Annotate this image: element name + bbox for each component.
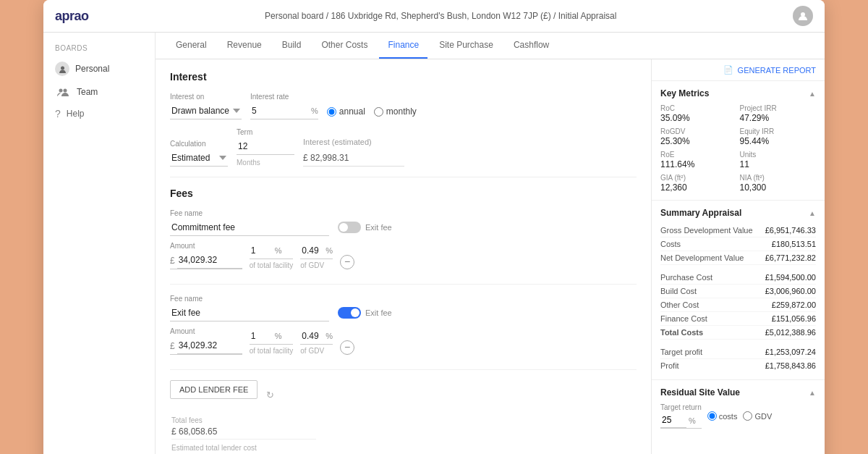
tab-build[interactable]: Build (273, 33, 310, 59)
target-return-input[interactable] (660, 413, 686, 428)
svg-point-2 (59, 89, 63, 93)
sidebar-item-personal[interactable]: Personal (43, 56, 155, 81)
summary-profit-row: Profit £1,758,843.86 (660, 359, 816, 372)
fee1-exit-group: Exit fee (338, 222, 392, 236)
summary-build-row: Build Cost £3,006,960.00 (660, 285, 816, 298)
fee2-amount-row: Amount £ % o (170, 327, 637, 355)
metric-project-irr: Project IRR 47.29% (740, 104, 817, 123)
fee2-exit-label: Exit fee (365, 308, 392, 317)
metrics-title: Key Metrics (660, 88, 709, 98)
pound-prefix-1: £ (170, 256, 175, 266)
tab-bar: General Revenue Build Other Costs Financ… (156, 33, 825, 59)
target-return-label: Target return (660, 403, 702, 411)
fee2-remove-btn[interactable]: − (340, 340, 354, 355)
percent-icon: % (311, 106, 318, 115)
fee2-pound-group: £ (170, 337, 242, 355)
refresh-icon[interactable]: ↻ (266, 390, 274, 400)
interest-period-group: annual monthly (327, 106, 417, 119)
team-icon (55, 86, 71, 98)
key-metrics-section: Key Metrics ▲ RoC 35.09% Project IRR 47.… (652, 81, 825, 201)
tab-site-purchase[interactable]: Site Purchase (430, 33, 502, 59)
team-label: Team (77, 87, 98, 97)
help-item[interactable]: ? Help (43, 103, 156, 125)
radio-annual[interactable]: annual (327, 106, 365, 117)
summary-chevron-icon[interactable]: ▲ (809, 209, 816, 217)
fee1-name-input[interactable] (170, 219, 329, 236)
fee1-amount-input[interactable] (177, 252, 242, 269)
metrics-header: Key Metrics ▲ (660, 88, 816, 98)
radio-monthly[interactable]: monthly (374, 106, 417, 117)
fee1-pound-group: £ (170, 252, 242, 269)
fee-block-2: Fee name Exit fee Amount (170, 295, 637, 370)
fee1-name-label: Fee name (170, 209, 329, 217)
residual-section: Residual Site Value ▲ Target return % (652, 380, 825, 436)
metrics-chevron-icon[interactable]: ▲ (809, 90, 816, 98)
estimated-lender-cost-group: Estimated total lender cost £ 151,056.96 (171, 444, 637, 454)
fee2-percent2-input[interactable] (300, 328, 323, 344)
term-input[interactable] (237, 138, 294, 155)
interest-section-title: Interest (170, 71, 637, 83)
interest-on-label: Interest on (170, 93, 242, 101)
personal-label: Personal (75, 64, 109, 74)
right-panel: 📄 GENERATE REPORT Key Metrics ▲ RoC (651, 59, 825, 454)
costs-radio[interactable]: costs (707, 411, 738, 421)
interest-on-select[interactable]: Drawn balance (170, 103, 242, 119)
summary-other-row: Other Cost £259,872.00 (660, 298, 816, 312)
summary-finance-row: Finance Cost £151,056.96 (660, 312, 816, 326)
sidebar-item-team[interactable]: Team (43, 81, 155, 103)
breadcrumb-text: Personal board / 186 Uxbridge Rd, Shephe… (265, 11, 616, 21)
breadcrumb: Personal board / 186 Uxbridge Rd, Shephe… (265, 11, 616, 21)
fee1-name-row: Fee name Exit fee (170, 209, 637, 236)
svg-point-3 (64, 89, 67, 93)
fee-block-1: Fee name Exit fee Amount (170, 209, 637, 285)
fee1-toggle[interactable] (338, 222, 361, 233)
summary-total-costs-row: Total Costs £5,012,388.96 (660, 326, 816, 340)
fee2-name-group: Fee name (170, 295, 329, 321)
add-lender-fee-btn[interactable]: ADD LENDER FEE (170, 380, 258, 399)
fee1-remove-btn[interactable]: − (340, 255, 354, 269)
summary-title: Summary Appraisal (660, 208, 741, 218)
fee1-percent2-input[interactable] (300, 243, 323, 258)
fee2-percent1-input[interactable] (250, 328, 273, 344)
generate-report-btn[interactable]: 📄 GENERATE REPORT (723, 65, 816, 75)
metric-rogdv: RoGDV 25.30% (660, 127, 737, 146)
fee2-toggle[interactable] (338, 307, 361, 319)
interest-rate-input[interactable] (250, 103, 308, 119)
fee2-name-row: Fee name Exit fee (170, 295, 637, 321)
user-avatar[interactable] (793, 6, 813, 26)
svg-point-1 (61, 66, 64, 70)
fee1-amount-row: Amount £ % o (170, 242, 637, 269)
residual-title: Residual Site Value (660, 387, 740, 398)
fee2-percent1-sublabel: of total facility (250, 347, 294, 355)
summary-target-profit-row: Target profit £1,253,097.24 (660, 345, 816, 359)
metric-units: Units 11 (740, 151, 817, 169)
fee1-percent1-group: % of total facility (250, 243, 294, 269)
interest-estimated-group: Interest (estimated) £ 82,998.31 (303, 138, 404, 167)
fee2-name-input[interactable] (170, 305, 329, 321)
tab-other-costs[interactable]: Other Costs (312, 33, 376, 59)
tab-revenue[interactable]: Revenue (218, 33, 271, 59)
residual-header: Residual Site Value ▲ (660, 387, 816, 398)
metric-roe: RoE 111.64% (660, 151, 737, 169)
fee2-name-label: Fee name (170, 295, 329, 303)
fee1-percent1-input[interactable] (250, 243, 273, 258)
calculation-select[interactable]: Estimated (170, 150, 228, 167)
interest-rate-group: Interest rate % (250, 93, 318, 119)
fee1-percent2-group: % of GDV (300, 243, 333, 269)
metric-equity-irr: Equity IRR 95.44% (740, 127, 817, 146)
gdv-radio[interactable]: GDV (743, 411, 772, 421)
tab-finance[interactable]: Finance (379, 33, 427, 59)
interest-rate-label: Interest rate (250, 93, 318, 101)
fee1-percent2-sublabel: of GDV (300, 261, 333, 269)
residual-chevron-icon[interactable]: ▲ (809, 389, 816, 397)
target-return-row: Target return % costs (660, 403, 816, 429)
summary-ndv-row: Net Development Value £6,771,232.82 (660, 251, 816, 265)
fee2-amount-input[interactable] (177, 337, 242, 354)
fees-title: Fees (170, 188, 637, 199)
generate-report-label: GENERATE REPORT (738, 66, 816, 75)
pound-prefix-2: £ (170, 341, 175, 351)
tab-cashflow[interactable]: Cashflow (505, 33, 558, 59)
tab-general[interactable]: General (167, 33, 216, 59)
personal-icon (55, 62, 69, 76)
total-fees-group: Total fees £ 68,058.65 (171, 416, 637, 440)
